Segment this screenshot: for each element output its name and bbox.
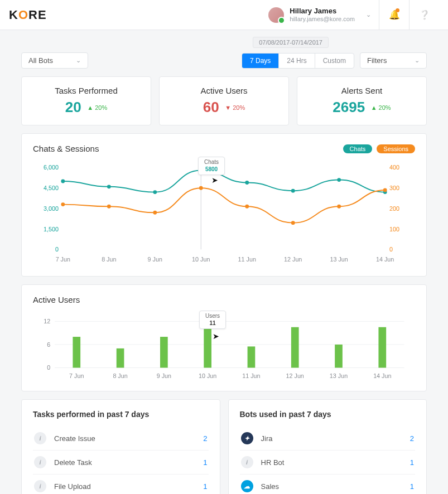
svg-point-21 [153, 190, 157, 194]
list-item-count: 2 [203, 434, 207, 443]
top-bar: KORE Hillary James hillary.james@kore.co… [0, 0, 448, 30]
filters-label: Filters [367, 56, 387, 65]
svg-rect-42 [73, 337, 80, 367]
svg-rect-48 [204, 325, 211, 367]
svg-text:9 Jun: 9 Jun [148, 256, 162, 263]
svg-text:200: 200 [389, 205, 399, 212]
svg-rect-56 [378, 327, 386, 368]
svg-point-28 [107, 205, 111, 209]
kpi-delta: ▲ 20% [371, 104, 391, 111]
list-item-label: Sales [261, 482, 280, 491]
kpi-value: 2695 [333, 99, 365, 116]
pill-chats[interactable]: Chats [343, 144, 373, 153]
panel-title: Active Users [33, 295, 80, 304]
list-item-count: 1 [410, 482, 414, 491]
list-item[interactable]: iHR Bot 1 [240, 451, 416, 474]
svg-text:0: 0 [389, 246, 393, 253]
time-range-segment: 7 Days 24 Hrs Custom [242, 53, 354, 69]
active-users-chart[interactable]: 06127 Jun8 Jun9 Jun10 Jun11 Jun12 Jun13 … [33, 305, 415, 383]
help-button[interactable]: ❔ [409, 0, 439, 30]
list-item-count: 1 [203, 482, 207, 491]
list-item-count: 1 [203, 458, 207, 467]
bot-selector-label: All Bots [28, 56, 53, 65]
list-item[interactable]: iCreate Issue 2 [33, 427, 209, 451]
svg-point-25 [337, 178, 341, 182]
panel-title: Bots used in past 7 days [240, 410, 416, 419]
filters-button[interactable]: Filters ⌄ [360, 52, 427, 69]
svg-text:400: 400 [389, 164, 399, 171]
list-item[interactable]: ✦Jira 2 [240, 427, 416, 451]
svg-text:14 Jun: 14 Jun [376, 256, 394, 263]
panel-title: Tasks performed in past 7 days [33, 410, 209, 419]
date-range[interactable]: 07/08/2017-07/14/2017 [253, 37, 329, 48]
kpi-label: Active Users [165, 86, 283, 95]
chevron-down-icon: ⌄ [366, 11, 371, 18]
notifications-button[interactable]: 🔔 [379, 0, 409, 30]
svg-text:7 Jun: 7 Jun [69, 372, 84, 379]
list-item[interactable]: ☁Sales 1 [240, 474, 416, 494]
bot-selector[interactable]: All Bots ⌄ [21, 52, 88, 69]
kpi-active-users[interactable]: Active Users 60 ▼ 20% [159, 76, 289, 125]
svg-text:9 Jun: 9 Jun [157, 372, 171, 379]
svg-text:0: 0 [55, 246, 59, 253]
svg-rect-50 [248, 346, 256, 367]
list-item[interactable]: iFile Upload 1 [33, 474, 209, 494]
svg-point-30 [199, 186, 203, 190]
list-item-count: 1 [410, 458, 414, 467]
svg-point-29 [153, 211, 157, 215]
panel-bots-list: Bots used in past 7 days ✦Jira 2 iHR Bot… [228, 399, 427, 494]
help-icon: ❔ [419, 9, 430, 20]
svg-text:14 Jun: 14 Jun [373, 372, 391, 379]
seg-custom[interactable]: Custom [315, 54, 354, 68]
chevron-down-icon: ⌄ [76, 57, 81, 64]
svg-text:13 Jun: 13 Jun [330, 372, 348, 379]
user-name: Hillary James [290, 7, 355, 16]
seg-7days[interactable]: 7 Days [242, 54, 278, 68]
svg-text:3,000: 3,000 [44, 205, 59, 212]
user-menu[interactable]: Hillary James hillary.james@kore.com ⌄ [261, 7, 379, 23]
list-item-count: 2 [410, 434, 414, 443]
svg-point-32 [291, 221, 295, 225]
list-item[interactable]: iDelete Task 1 [33, 451, 209, 474]
svg-text:11 Jun: 11 Jun [238, 256, 256, 263]
list-item-label: Jira [261, 434, 273, 443]
kpi-delta: ▲ 20% [87, 104, 107, 111]
avatar [268, 7, 284, 23]
pill-sessions[interactable]: Sessions [377, 144, 415, 153]
chevron-down-icon: ⌄ [415, 57, 420, 64]
svg-text:12 Jun: 12 Jun [284, 256, 302, 263]
list-item-label: File Upload [54, 482, 91, 491]
svg-text:12: 12 [44, 318, 50, 325]
svg-text:8 Jun: 8 Jun [113, 372, 127, 379]
kpi-value: 60 [203, 99, 219, 116]
svg-point-23 [245, 181, 249, 185]
svg-text:13 Jun: 13 Jun [330, 256, 348, 263]
svg-text:10 Jun: 10 Jun [199, 372, 216, 379]
notification-dot [396, 8, 399, 12]
svg-text:11 Jun: 11 Jun [242, 372, 260, 379]
list-item-label: HR Bot [261, 458, 285, 467]
user-email: hillary.james@kore.com [290, 16, 355, 23]
svg-point-34 [383, 188, 387, 192]
svg-text:4,500: 4,500 [44, 185, 59, 191]
panel-chats-sessions: Chats & Sessions Chats Sessions 01,5003,… [21, 133, 427, 277]
seg-24hrs[interactable]: 24 Hrs [278, 54, 314, 68]
kpi-tasks[interactable]: Tasks Performed 20 ▲ 20% [21, 76, 151, 125]
svg-point-24 [291, 189, 295, 193]
chart-tooltip: Chats 5800 [198, 157, 225, 175]
svg-text:8 Jun: 8 Jun [102, 256, 116, 263]
kpi-label: Alerts Sent [303, 86, 421, 95]
chats-sessions-chart[interactable]: 01,5003,0004,5006,00001002003004007 Jun8… [33, 157, 415, 268]
svg-text:100: 100 [389, 226, 399, 233]
kpi-alerts[interactable]: Alerts Sent 2695 ▲ 20% [297, 76, 427, 125]
svg-point-20 [107, 185, 111, 188]
svg-point-27 [61, 202, 65, 206]
svg-text:7 Jun: 7 Jun [56, 256, 70, 263]
svg-text:1,500: 1,500 [44, 226, 59, 233]
brand-logo: KORE [9, 8, 47, 22]
kpi-value: 20 [65, 99, 81, 116]
svg-point-19 [61, 180, 65, 183]
svg-text:0: 0 [47, 364, 50, 371]
svg-rect-46 [160, 337, 168, 367]
svg-text:300: 300 [389, 185, 399, 191]
